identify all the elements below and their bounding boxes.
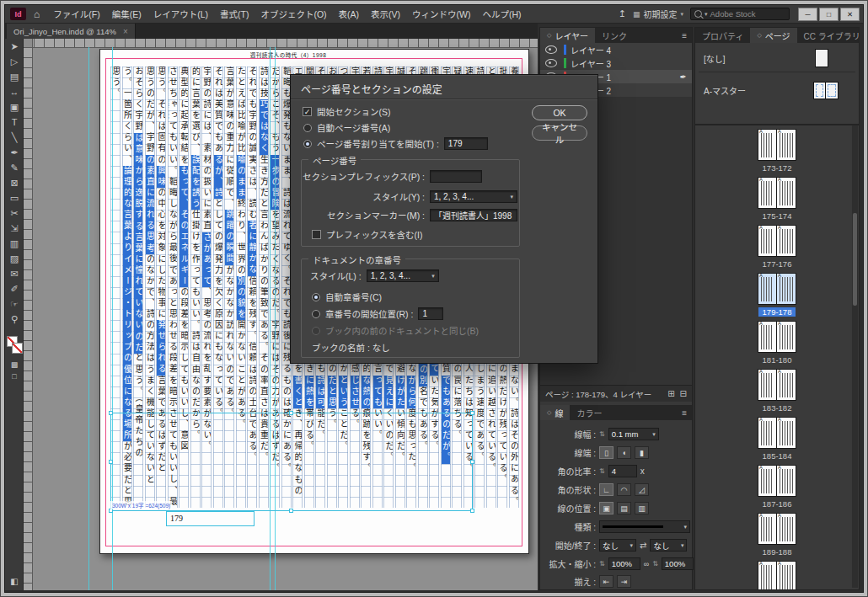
pen-tool[interactable]: ✒: [5, 145, 24, 160]
master-a-label[interactable]: A-マスター: [695, 84, 813, 97]
frame-handle[interactable]: [109, 411, 113, 415]
spread-label[interactable]: 189-188: [695, 547, 859, 557]
apply-color-icon[interactable]: ▩: [11, 360, 19, 369]
close-button[interactable]: ✕: [840, 8, 860, 21]
stroke-align-center-button[interactable]: ▣: [599, 502, 613, 514]
frame-handle[interactable]: [470, 460, 474, 464]
master-none-label[interactable]: [なし]: [695, 52, 815, 65]
frame-handle[interactable]: [289, 509, 293, 513]
spread-entry[interactable]: AA189-188: [695, 513, 859, 560]
menu-item[interactable]: ウィンドウ(W): [406, 8, 476, 20]
tab-cc-libraries[interactable]: CC ライブラリ: [797, 28, 864, 43]
section-marker-input[interactable]: 「週刊読書人」1998: [430, 209, 517, 221]
frame-handle[interactable]: [470, 509, 474, 513]
guide[interactable]: [88, 47, 89, 590]
same-as-previous-radio[interactable]: [312, 327, 320, 335]
gradient-feather-tool[interactable]: ▨: [5, 251, 24, 266]
minimize-button[interactable]: ─: [798, 8, 817, 21]
stepper-icon[interactable]: ⇅: [599, 430, 605, 438]
end-arrowhead-dropdown[interactable]: なし ▾: [650, 539, 687, 552]
menu-item[interactable]: レイアウト(L): [147, 8, 214, 20]
link-icon[interactable]: ∞: [644, 560, 649, 568]
section-prefix-input[interactable]: [430, 170, 482, 183]
stepper-icon[interactable]: ⇅: [599, 560, 605, 568]
cancel-button[interactable]: キャンセル: [532, 125, 587, 141]
spread-entry[interactable]: AA173-172: [695, 129, 859, 176]
spread-entry[interactable]: AA185-184: [695, 417, 859, 464]
scissors-tool[interactable]: ✂: [5, 205, 24, 221]
chapter-start-input[interactable]: 1: [418, 307, 443, 320]
round-join-button[interactable]: ◠: [617, 483, 631, 496]
chapter-start-radio[interactable]: [312, 310, 320, 318]
page-thumbnail[interactable]: A: [758, 225, 777, 257]
stroke-type-dropdown[interactable]: ▾: [599, 520, 690, 533]
home-icon[interactable]: ⌂: [34, 8, 40, 20]
stepper-icon[interactable]: ⇅: [599, 467, 605, 475]
stepper-icon[interactable]: ⇅: [652, 560, 658, 568]
menu-item[interactable]: 表示(V): [365, 8, 406, 20]
page-thumbnail[interactable]: A: [758, 129, 777, 161]
hand-tool[interactable]: ☞: [5, 296, 24, 312]
page-thumbnail[interactable]: A: [758, 465, 777, 497]
page-thumbnail[interactable]: A: [758, 561, 777, 589]
close-icon[interactable]: ×: [123, 27, 128, 36]
page-thumbnail[interactable]: A: [777, 225, 796, 257]
auto-chapter-radio[interactable]: [312, 293, 320, 301]
ok-button[interactable]: OK: [532, 105, 587, 120]
swap-arrowheads-icon[interactable]: ⇄: [640, 541, 646, 550]
spread-label[interactable]: 181-180: [695, 355, 859, 365]
menu-item[interactable]: 編集(E): [106, 8, 147, 20]
frame-handle[interactable]: [289, 411, 293, 415]
projecting-cap-button[interactable]: ▮: [635, 446, 649, 459]
tab-pages[interactable]: ◇ ページ: [750, 28, 796, 43]
miter-limit-input[interactable]: 4: [608, 465, 637, 477]
page-thumbnail[interactable]: A: [758, 273, 777, 305]
spread-label[interactable]: 185-184: [695, 451, 859, 461]
tab-links[interactable]: リンク: [595, 28, 634, 43]
align-end-button[interactable]: ⇥: [617, 575, 631, 588]
pencil-tool[interactable]: ✎: [5, 160, 24, 175]
page-thumbnail[interactable]: A: [758, 177, 777, 209]
type-tool[interactable]: T: [5, 115, 24, 130]
page-thumbnail[interactable]: A: [777, 369, 796, 401]
menu-item[interactable]: 表(A): [333, 8, 366, 20]
spread-label[interactable]: 179-178: [695, 307, 859, 317]
menu-item[interactable]: ヘルプ(H): [477, 8, 528, 20]
scrollbar-thumb[interactable]: [853, 213, 857, 306]
align-start-button[interactable]: ⇤: [599, 575, 613, 588]
master-none-thumbnail[interactable]: [815, 49, 828, 67]
menu-item[interactable]: オブジェクト(O): [255, 8, 332, 20]
chapter-style-dropdown[interactable]: 1, 2, 3, 4... ▾: [367, 269, 439, 282]
menu-item[interactable]: ファイル(F): [47, 8, 105, 20]
document-tab[interactable]: Ori_Jinyo_Hen.indd @ 114% ×: [7, 24, 136, 39]
layer-row[interactable]: レイヤー 3: [540, 56, 692, 71]
miter-join-button[interactable]: ∟: [599, 483, 613, 496]
spread-entry[interactable]: AA177-176: [695, 225, 859, 272]
gradient-tool[interactable]: ▥: [5, 236, 24, 251]
spread-entry[interactable]: AA: [695, 561, 859, 589]
horizontal-ruler[interactable]: [24, 39, 538, 48]
scrollbar[interactable]: [852, 125, 858, 588]
visibility-eye-icon[interactable]: [545, 45, 557, 54]
apply-none-icon[interactable]: □: [12, 372, 16, 381]
panel-menu-icon[interactable]: ≡: [677, 405, 692, 420]
new-layer-icon[interactable]: ⊞: [667, 389, 674, 398]
free-transform-tool[interactable]: ⇲: [5, 221, 24, 236]
page-thumbnail[interactable]: A: [777, 129, 796, 161]
bevel-join-button[interactable]: ◿: [635, 483, 649, 496]
page-thumbnail[interactable]: A: [777, 417, 796, 449]
spread-label[interactable]: 175-174: [695, 211, 859, 221]
frame-handle[interactable]: [109, 460, 113, 464]
selection-tool[interactable]: ➤: [5, 39, 24, 54]
tab-properties[interactable]: プロパティ: [695, 28, 750, 43]
zoom-tool[interactable]: ⚲: [5, 312, 24, 327]
vertical-ruler[interactable]: [24, 47, 33, 590]
panel-menu-icon[interactable]: ≡: [677, 28, 692, 43]
screen-mode-button[interactable]: ◧: [5, 577, 24, 586]
start-page-number-radio[interactable]: [303, 140, 312, 148]
eyedropper-tool[interactable]: ✐: [5, 281, 24, 296]
search-input[interactable]: ▾ Adobe Stock: [690, 8, 790, 20]
tab-stroke[interactable]: ◇ 線: [540, 405, 570, 420]
spread-entry[interactable]: AA187-186: [695, 465, 859, 512]
start-arrowhead-dropdown[interactable]: なし ▾: [599, 539, 636, 552]
